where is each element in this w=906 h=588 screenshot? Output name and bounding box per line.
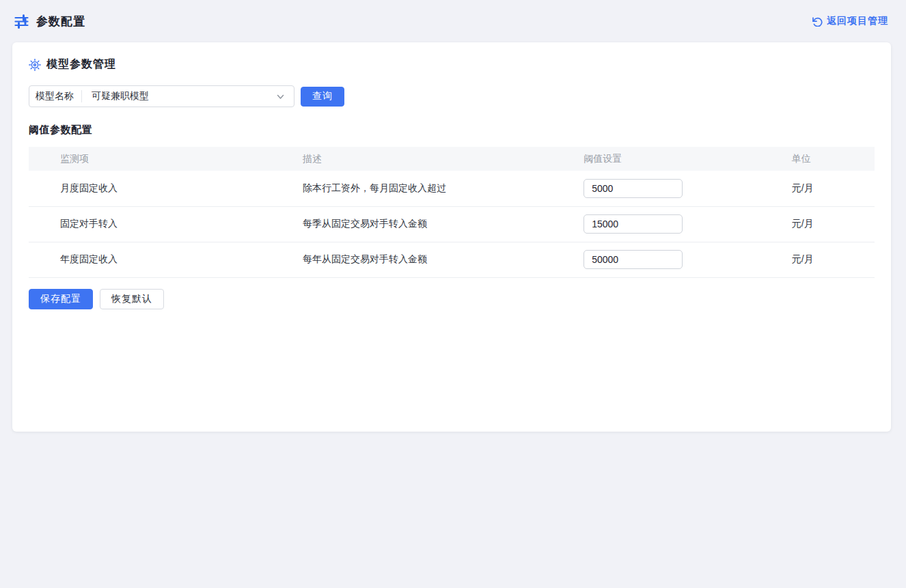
model-name-label: 模型名称: [29, 90, 81, 102]
column-header-desc: 描述: [303, 147, 584, 171]
monitor-item-cell: 固定对手转入: [29, 206, 303, 242]
gear-icon: [29, 59, 41, 71]
threshold-cell: [584, 171, 792, 206]
model-query-row: 模型名称 可疑兼职模型 查询: [29, 85, 875, 107]
unit-cell: 元/月: [792, 171, 875, 206]
column-header-threshold: 阈值设置: [584, 147, 792, 171]
actions-row: 保存配置 恢复默认: [29, 289, 875, 309]
model-parameter-panel: 模型参数管理 模型名称 可疑兼职模型 查询 阈值参数配置 监测项 描述 阈值设置…: [12, 42, 891, 432]
undo-arrow-icon: [812, 16, 823, 27]
threshold-table: 监测项 描述 阈值设置 单位 月度固定收入 除本行工资外，每月固定收入超过 元/…: [29, 147, 875, 278]
table-row: 月度固定收入 除本行工资外，每月固定收入超过 元/月: [29, 171, 875, 206]
back-to-project-management-link[interactable]: 返回项目管理: [812, 15, 888, 27]
panel-title-row: 模型参数管理: [29, 57, 875, 72]
description-cell: 除本行工资外，每月固定收入超过: [303, 171, 584, 206]
threshold-cell: [584, 206, 792, 242]
threshold-input[interactable]: [584, 179, 683, 198]
threshold-cell: [584, 242, 792, 277]
threshold-input[interactable]: [584, 250, 683, 269]
table-row: 固定对手转入 每季从固定交易对手转入金额 元/月: [29, 206, 875, 242]
table-header-row: 监测项 描述 阈值设置 单位: [29, 147, 875, 171]
top-bar-left: 参数配置: [14, 14, 812, 29]
unit-cell: 元/月: [792, 206, 875, 242]
sliders-icon: [14, 14, 29, 29]
threshold-input[interactable]: [584, 214, 683, 234]
model-name-selected-value: 可疑兼职模型: [82, 90, 276, 102]
save-config-button[interactable]: 保存配置: [29, 289, 93, 309]
panel-title: 模型参数管理: [46, 57, 116, 72]
top-bar: 参数配置 返回项目管理: [0, 0, 906, 42]
restore-defaults-button[interactable]: 恢复默认: [100, 289, 164, 309]
monitor-item-cell: 月度固定收入: [29, 171, 303, 206]
column-header-item: 监测项: [29, 147, 303, 171]
query-button[interactable]: 查询: [301, 87, 344, 107]
monitor-item-cell: 年度固定收入: [29, 242, 303, 277]
back-link-label: 返回项目管理: [827, 15, 888, 27]
model-name-select[interactable]: 模型名称 可疑兼职模型: [29, 85, 294, 107]
description-cell: 每年从固定交易对手转入金额: [303, 242, 584, 277]
threshold-table-body: 月度固定收入 除本行工资外，每月固定收入超过 元/月 固定对手转入 每季从固定交…: [29, 171, 875, 277]
column-header-unit: 单位: [792, 147, 875, 171]
table-row: 年度固定收入 每年从固定交易对手转入金额 元/月: [29, 242, 875, 277]
chevron-down-icon: [276, 92, 285, 101]
description-cell: 每季从固定交易对手转入金额: [303, 206, 584, 242]
unit-cell: 元/月: [792, 242, 875, 277]
threshold-section-title: 阈值参数配置: [29, 124, 875, 137]
page-title: 参数配置: [36, 14, 85, 29]
